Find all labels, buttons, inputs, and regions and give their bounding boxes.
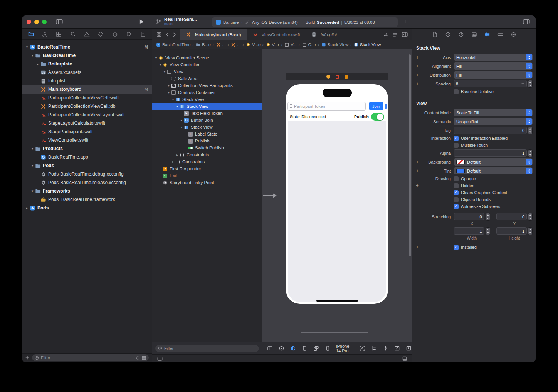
file-row[interactable]: ▸Pods [22, 204, 152, 212]
stepper-icon[interactable] [528, 127, 533, 134]
file-row[interactable]: ▾Frameworks [22, 187, 152, 195]
add-variation-icon[interactable]: + [415, 160, 420, 164]
navigator-toggle-icon[interactable] [56, 19, 63, 25]
axis-popup[interactable]: Horizontal [454, 54, 533, 61]
outline-row[interactable]: ▾Stack View [152, 96, 262, 103]
adjust-editor-icon[interactable] [392, 32, 398, 37]
project-navigator-button[interactable] [27, 31, 34, 38]
alignment-popup[interactable]: Fill [454, 62, 533, 70]
add-variation-icon[interactable]: + [415, 169, 420, 173]
file-row[interactable]: StageParticipant.swift [22, 127, 152, 136]
chevron-down-icon[interactable]: ▾ [179, 126, 184, 129]
tag-field[interactable]: 0 [454, 127, 527, 134]
spacing-field[interactable]: 8 [454, 80, 527, 87]
clears-graphics-checkbox[interactable] [454, 190, 459, 195]
test-navigator-button[interactable] [97, 31, 104, 38]
related-items-icon[interactable] [156, 32, 161, 37]
close-button[interactable] [27, 20, 31, 24]
add-editor-icon[interactable] [402, 32, 408, 37]
outline-row[interactable]: FText Field Token [152, 110, 262, 117]
stepper-icon[interactable] [486, 227, 490, 235]
chevron-down-icon[interactable]: ▾ [175, 105, 180, 108]
stretch-height-field[interactable]: 1 [496, 227, 527, 235]
outline-row[interactable]: ▾View Controller Scene [152, 54, 262, 61]
chevron-right-icon[interactable]: ▸ [35, 62, 40, 66]
stretch-width-field[interactable]: 1 [454, 227, 484, 235]
resize-button[interactable] [394, 345, 400, 352]
add-tab-icon[interactable] [403, 19, 408, 24]
info-button[interactable] [278, 345, 285, 352]
file-row[interactable]: ▾BasicRealTimeM [22, 43, 152, 51]
editor-options-icon[interactable] [157, 357, 163, 361]
participant-token-field[interactable]: Participant Token [287, 102, 366, 111]
file-row[interactable]: Pods_BasicRealTime.framework [22, 195, 152, 204]
outline-row[interactable]: Exit [152, 172, 262, 179]
view-controller-dock-icon[interactable] [326, 75, 330, 79]
run-button[interactable] [139, 19, 144, 25]
chevron-down-icon[interactable]: ▾ [24, 45, 30, 49]
add-variation-icon[interactable]: + [415, 183, 420, 188]
file-row[interactable]: ▸Boilerplate [22, 60, 152, 68]
identity-inspector-button[interactable] [471, 31, 477, 38]
outline-row[interactable]: ▸Collection View Participants [152, 82, 262, 89]
attributes-inspector-button[interactable] [484, 31, 491, 38]
report-navigator-button[interactable] [140, 31, 146, 38]
vertical-scrollbar[interactable] [409, 54, 411, 256]
chevron-down-icon[interactable]: ▾ [30, 54, 35, 57]
file-row[interactable]: ▾Products [22, 144, 152, 153]
file-row[interactable]: StageLayoutCalculator.swift [22, 119, 152, 127]
file-row[interactable]: ▾Pods [22, 161, 152, 170]
scheme-info[interactable]: RealTimeSam... main [156, 17, 197, 26]
chevron-right-icon[interactable]: ▸ [171, 160, 175, 164]
chevron-down-icon[interactable]: ▾ [30, 147, 35, 151]
stretch-y-field[interactable]: 0 [496, 213, 527, 220]
outline-row[interactable]: LLabel State [152, 131, 262, 137]
scm-changes-icon[interactable] [142, 356, 146, 360]
horizontal-scrollbar[interactable] [301, 332, 368, 333]
join-button[interactable]: Join [369, 102, 383, 110]
find-navigator-button[interactable] [69, 31, 76, 38]
editor-panel-button[interactable] [267, 345, 273, 352]
chevron-down-icon[interactable]: ▾ [158, 63, 163, 67]
chevron-right-icon[interactable]: ▸ [166, 84, 171, 87]
breadcrumb-item[interactable]: Stack View [321, 42, 348, 47]
clips-to-bounds-checkbox[interactable] [454, 197, 459, 202]
back-icon[interactable] [166, 32, 169, 37]
outline-row[interactable]: Switch Publish [152, 144, 262, 151]
connections-inspector-button[interactable] [510, 31, 517, 38]
issue-navigator-button[interactable] [84, 31, 91, 38]
file-row[interactable]: ParticipantCollectionViewLayout.swift [22, 111, 152, 119]
user-interaction-checkbox[interactable] [454, 136, 459, 141]
stretch-x-field[interactable]: 0 [454, 213, 484, 220]
publish-switch[interactable] [371, 113, 384, 121]
breadcrumb-item[interactable]: Stack View [354, 42, 381, 47]
selection-handle[interactable] [385, 104, 387, 109]
file-row[interactable]: ViewController.swift [22, 136, 152, 144]
source-control-navigator-button[interactable] [41, 31, 48, 38]
file-row[interactable]: ▾BasicRealTime [22, 51, 152, 60]
alpha-field[interactable]: 1 [454, 149, 527, 157]
align-button[interactable] [371, 345, 377, 352]
breadcrumb-item[interactable]: V...e [246, 42, 261, 47]
semantic-popup[interactable]: Unspecified [454, 118, 533, 125]
content-mode-popup[interactable]: Scale To Fill [454, 109, 533, 116]
breadcrumb-item[interactable]: BasicRealTime [156, 42, 191, 47]
stepper-icon[interactable] [528, 149, 533, 157]
history-inspector-button[interactable] [444, 31, 451, 38]
activity-status-view[interactable]: Ba...ime › Any iOS Device (arm64) Build … [212, 17, 398, 27]
pin-button[interactable] [382, 345, 389, 352]
rotate-device-button[interactable] [324, 345, 331, 352]
baseline-relative-checkbox[interactable] [454, 89, 459, 94]
editor-tab[interactable]: Info.plist [306, 29, 343, 40]
stepper-icon[interactable] [528, 227, 533, 235]
chevron-down-icon[interactable]: ▾ [166, 91, 171, 94]
breadcrumb-item[interactable]: B...e [196, 42, 211, 47]
add-variation-icon[interactable]: + [415, 245, 420, 250]
inspector-toggle-icon[interactable] [523, 19, 530, 25]
exit-dock-icon[interactable] [345, 75, 348, 79]
outline-row[interactable]: ▸Constraints [152, 158, 262, 165]
add-variation-icon[interactable]: + [415, 82, 420, 86]
chevron-down-icon[interactable]: ▾ [162, 70, 167, 74]
breadcrumb-item[interactable]: V...r [266, 42, 279, 47]
file-row[interactable]: BasicRealTime.app [22, 153, 152, 161]
